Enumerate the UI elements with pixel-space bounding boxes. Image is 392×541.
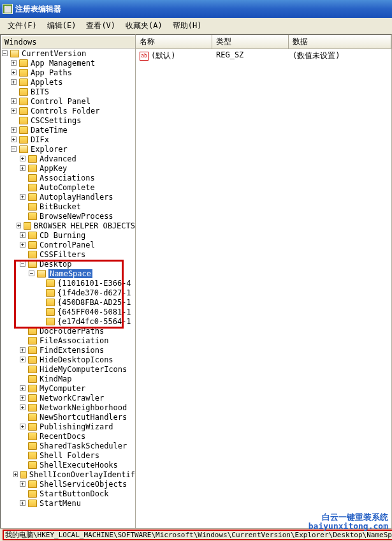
tree-row[interactable]: + NetworkCrawler — [2, 393, 135, 403]
expander-icon[interactable]: + — [11, 108, 17, 114]
tree-row[interactable]: KindMap — [2, 374, 135, 383]
tree-row[interactable]: BrowseNewProcess — [2, 211, 135, 221]
tree-row[interactable]: CSSFilters — [2, 249, 135, 259]
expander-icon[interactable]: + — [20, 242, 25, 248]
col-data[interactable]: 数据 — [289, 35, 391, 48]
col-name[interactable]: 名称 — [136, 35, 212, 48]
tree-row[interactable]: − CurrentVersion — [2, 48, 135, 58]
tree-row[interactable]: + Advanced — [2, 154, 135, 163]
expander-icon[interactable]: + — [20, 347, 25, 353]
tree-row[interactable]: CSCSettings — [2, 115, 135, 125]
folder-icon — [28, 165, 37, 172]
folder-icon — [28, 241, 37, 249]
list-pane[interactable]: 名称 类型 数据 ab (默认) REG_SZ (数值未设置) — [136, 34, 392, 541]
expander-icon[interactable]: + — [20, 500, 25, 506]
menu-edit[interactable]: 编辑(E) — [42, 19, 82, 33]
expander-icon[interactable]: − — [11, 146, 17, 152]
tree-row[interactable]: + DateTime — [2, 125, 135, 135]
tree-row[interactable]: DocFolderPaths — [2, 326, 135, 336]
tree-row[interactable]: + NetworkNeighborhood — [2, 403, 135, 412]
tree-row[interactable]: + App Management — [2, 58, 135, 68]
tree-row[interactable]: + HideDesktopIcons — [2, 355, 135, 364]
tree-row[interactable]: + ControlPanel — [2, 240, 135, 249]
tree-row[interactable]: {11016101-E366-4 — [2, 278, 135, 288]
tree-row[interactable]: FileAssociation — [2, 336, 135, 345]
tree-row[interactable]: + DIFx — [2, 135, 135, 144]
status-path: 我的电脑\HKEY_LOCAL_MACHINE\SOFTWARE\Microso… — [3, 530, 392, 540]
expander-icon[interactable]: + — [20, 404, 25, 410]
expander-icon[interactable]: + — [20, 156, 25, 161]
tree-row[interactable]: ShellExecuteHooks — [2, 460, 135, 470]
tree-label: DocFolderPaths — [40, 327, 104, 336]
tree-row[interactable]: {450D8FBA-AD25-1 — [2, 297, 135, 307]
tree-row[interactable]: NewShortcutHandlers — [2, 412, 135, 422]
expander-icon[interactable]: − — [29, 270, 34, 276]
tree-row[interactable]: Shell Folders — [2, 450, 135, 460]
expander-icon[interactable]: + — [20, 194, 25, 200]
tree-row[interactable]: StartButtonDock — [2, 489, 135, 498]
tree-row[interactable]: + PublishingWizard — [2, 422, 135, 431]
app-icon: ⬜ — [3, 4, 13, 14]
expander-icon[interactable]: + — [11, 60, 17, 66]
expander-icon[interactable]: + — [11, 127, 17, 133]
tree-row[interactable]: + Controls Folder — [2, 106, 135, 115]
tree-label: HideMyComputerIcons — [40, 365, 127, 374]
tree-row[interactable]: + StartMenu — [2, 498, 135, 508]
expander-icon[interactable]: + — [20, 165, 25, 171]
expander-icon[interactable]: + — [20, 481, 25, 487]
col-type[interactable]: 类型 — [212, 35, 289, 48]
expander-icon[interactable]: + — [20, 424, 25, 429]
expander-icon[interactable]: + — [11, 70, 17, 75]
tree-row[interactable]: HideMyComputerIcons — [2, 364, 135, 374]
tree-row[interactable]: RecentDocs — [2, 431, 135, 441]
expander-icon[interactable]: − — [20, 261, 25, 267]
tree-row[interactable]: + ShellServiceObjects — [2, 479, 135, 489]
folder-icon — [28, 337, 37, 345]
tree-row[interactable]: {645FF040-5081-1 — [2, 307, 135, 316]
tree-row[interactable]: − Desktop — [2, 259, 135, 269]
folder-icon — [37, 270, 46, 278]
folder-icon — [28, 366, 37, 373]
tree-label: CurrentVersion — [22, 49, 86, 58]
tree-row[interactable]: + ShellIconOverlayIdentif — [2, 470, 135, 479]
tree-row[interactable]: + Control Panel — [2, 96, 135, 106]
tree-row[interactable]: + FindExtensions — [2, 345, 135, 355]
tree-row[interactable]: − Explorer — [2, 144, 135, 154]
tree-row[interactable]: BITS — [2, 87, 135, 96]
expander-icon[interactable]: + — [17, 223, 22, 228]
tree-row[interactable]: + Applets — [2, 77, 135, 87]
tree-row[interactable]: + AppKey — [2, 163, 135, 173]
tree-row[interactable]: {1f4de370-d627-1 — [2, 288, 135, 297]
expander-icon[interactable]: + — [20, 232, 25, 238]
menu-help[interactable]: 帮助(H) — [168, 19, 207, 33]
expander-icon[interactable]: + — [20, 395, 25, 401]
menu-view[interactable]: 查看(V) — [81, 19, 120, 33]
expander-icon[interactable]: + — [13, 471, 18, 477]
expander-icon[interactable]: + — [11, 137, 17, 142]
tree-row[interactable]: + CD Burning — [2, 230, 135, 240]
expander-icon[interactable]: + — [20, 357, 25, 362]
menu-favorites[interactable]: 收藏夹(A) — [120, 19, 168, 33]
list-row[interactable]: ab (默认) REG_SZ (数值未设置) — [136, 49, 391, 63]
expander-icon[interactable]: − — [2, 50, 8, 56]
tree-row[interactable]: SharedTaskScheduler — [2, 441, 135, 450]
expander-icon[interactable]: + — [11, 98, 17, 104]
folder-icon — [24, 222, 31, 230]
expander-icon[interactable]: + — [20, 385, 25, 391]
expander-icon[interactable]: + — [11, 79, 17, 85]
tree-row[interactable]: + App Paths — [2, 68, 135, 77]
tree-label: {645FF040-5081-1 — [57, 308, 131, 316]
tree-row[interactable]: BitBucket — [2, 202, 135, 211]
tree-row[interactable]: + AutoplayHandlers — [2, 192, 135, 202]
string-icon: ab — [140, 52, 149, 61]
tree-row[interactable]: {e17d4fc0-5564-1 — [2, 316, 135, 326]
tree-row[interactable]: + BROWSER HELPER OBJECTS — [2, 221, 135, 230]
tree-row[interactable]: AutoComplete — [2, 182, 135, 192]
tree-label: Desktop — [40, 260, 72, 269]
menu-file[interactable]: 文件(F) — [3, 19, 42, 33]
tree-row[interactable]: + MyComputer — [2, 383, 135, 393]
tree-pane[interactable]: Windows − CurrentVersion + App Managemen… — [0, 34, 136, 541]
tree-row[interactable]: Associations — [2, 173, 135, 182]
tree-label: FindExtensions — [40, 346, 104, 355]
tree-row[interactable]: − NameSpace — [2, 269, 135, 278]
